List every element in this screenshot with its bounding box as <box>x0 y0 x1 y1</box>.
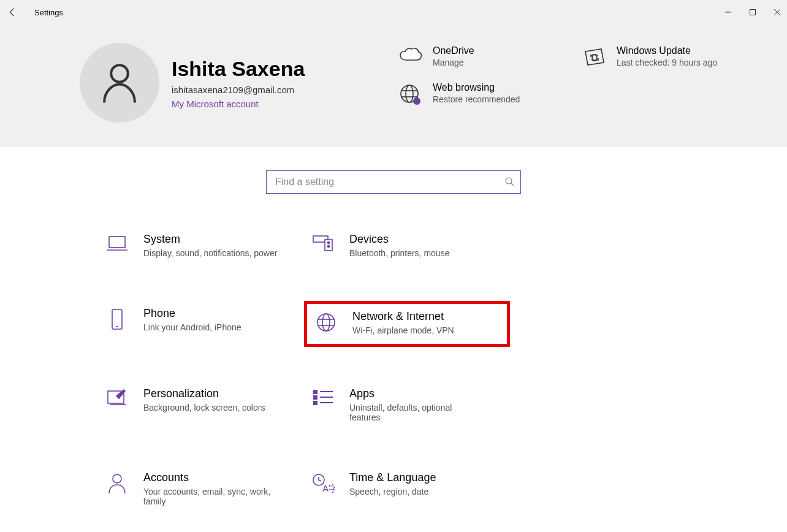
person-icon <box>104 471 130 506</box>
svg-point-10 <box>506 178 512 184</box>
category-title: Apps <box>349 387 484 400</box>
title-bar: Settings <box>0 0 787 25</box>
svg-point-15 <box>328 242 330 244</box>
window-title: Settings <box>34 8 63 17</box>
search-wrap <box>0 147 787 227</box>
status-title: Windows Update <box>617 45 717 56</box>
search-input[interactable] <box>275 177 504 188</box>
search-box[interactable] <box>266 170 521 194</box>
status-sub: Manage <box>433 58 474 67</box>
svg-point-30 <box>113 474 121 483</box>
header-panel: Ishita Saxena ishitasaxena2109@gmail.com… <box>0 25 787 147</box>
brush-icon <box>104 387 130 422</box>
svg-rect-24 <box>314 390 317 393</box>
status-title: OneDrive <box>433 45 474 56</box>
list-icon <box>310 387 336 422</box>
update-icon <box>582 45 607 67</box>
category-title: Network & Internet <box>352 310 454 323</box>
category-title: System <box>143 233 277 246</box>
category-system[interactable]: System Display, sound, notifications, po… <box>98 227 304 267</box>
category-time-language[interactable]: A字 Time & Language Speech, region, date <box>304 465 510 515</box>
search-icon <box>504 177 514 188</box>
category-sub: Wi-Fi, airplane mode, VPN <box>352 325 454 335</box>
microsoft-account-link[interactable]: My Microsoft account <box>172 99 305 109</box>
svg-text:A字: A字 <box>322 483 335 493</box>
laptop-icon <box>104 233 130 258</box>
category-title: Accounts <box>143 471 278 484</box>
category-sub: Speech, region, date <box>349 487 436 496</box>
minimize-button[interactable] <box>723 7 733 17</box>
category-accounts[interactable]: Accounts Your accounts, email, sync, wor… <box>98 465 304 515</box>
avatar <box>80 43 159 123</box>
phone-icon <box>104 307 130 338</box>
cloud-icon <box>398 45 423 67</box>
devices-icon <box>310 233 336 258</box>
svg-point-19 <box>317 314 335 331</box>
svg-point-4 <box>111 65 128 82</box>
category-network[interactable]: Network & Internet Wi-Fi, airplane mode,… <box>304 301 510 347</box>
svg-rect-26 <box>314 401 317 405</box>
svg-rect-25 <box>314 396 317 399</box>
status-onedrive[interactable]: OneDrive Manage <box>398 45 558 67</box>
user-name: Ishita Saxena <box>172 57 305 81</box>
back-button[interactable] <box>5 5 20 20</box>
close-button[interactable] <box>772 7 782 17</box>
svg-point-16 <box>328 246 330 248</box>
svg-rect-12 <box>109 237 125 248</box>
category-devices[interactable]: Devices Bluetooth, printers, mouse <box>304 227 510 267</box>
svg-point-20 <box>322 314 330 331</box>
globe-icon <box>398 82 423 107</box>
status-windows-update[interactable]: Windows Update Last checked: 9 hours ago <box>582 45 742 67</box>
svg-rect-1 <box>750 10 756 15</box>
category-phone[interactable]: Phone Link your Android, iPhone <box>98 301 304 347</box>
categories-grid: System Display, sound, notifications, po… <box>0 227 787 532</box>
time-language-icon: A字 <box>310 471 336 506</box>
category-title: Time & Language <box>349 471 436 484</box>
category-sub: Background, lock screen, colors <box>143 403 265 412</box>
category-sub: Display, sound, notifications, power <box>143 248 277 258</box>
category-sub: Uninstall, defaults, optional features <box>349 403 484 422</box>
svg-point-6 <box>406 85 413 102</box>
category-sub: Bluetooth, printers, mouse <box>349 248 449 258</box>
user-email: ishitasaxena2109@gmail.com <box>172 85 305 95</box>
status-title: Web browsing <box>433 82 520 93</box>
status-web-browsing[interactable]: Web browsing Restore recommended <box>398 82 558 107</box>
maximize-button[interactable] <box>748 7 758 17</box>
svg-line-11 <box>511 183 514 186</box>
category-sub: Your accounts, email, sync, work, family <box>143 487 278 506</box>
category-personalization[interactable]: Personalization Background, lock screen,… <box>98 381 304 431</box>
user-block[interactable]: Ishita Saxena ishitasaxena2109@gmail.com… <box>80 43 398 123</box>
category-apps[interactable]: Apps Uninstall, defaults, optional featu… <box>304 381 510 431</box>
status-sub: Restore recommended <box>433 94 520 104</box>
category-title: Personalization <box>143 387 265 400</box>
category-title: Phone <box>143 307 241 320</box>
globe-icon <box>313 310 339 335</box>
status-sub: Last checked: 9 hours ago <box>617 58 717 67</box>
svg-point-9 <box>413 97 420 105</box>
category-sub: Link your Android, iPhone <box>143 322 241 332</box>
category-title: Devices <box>349 233 449 246</box>
